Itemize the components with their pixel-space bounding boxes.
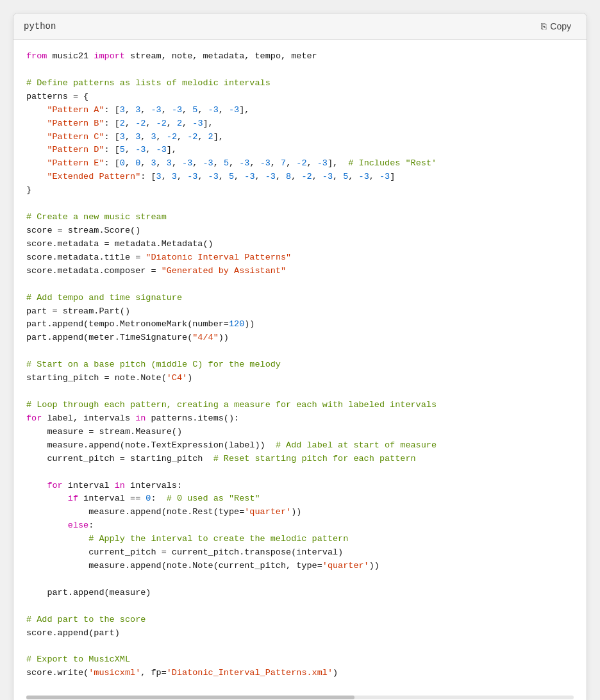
code-block: python ⎘ Copy from music21 import stream… (13, 13, 587, 700)
language-label: python (24, 21, 56, 31)
scrollbar-thumb (26, 696, 354, 699)
copy-button[interactable]: ⎘ Copy (536, 19, 576, 34)
code-header: python ⎘ Copy (13, 13, 587, 40)
code-content: from music21 import stream, note, metada… (26, 50, 574, 680)
copy-label: Copy (550, 21, 571, 31)
copy-icon: ⎘ (541, 21, 546, 31)
code-body: from music21 import stream, note, metada… (13, 40, 587, 690)
horizontal-scrollbar[interactable] (26, 696, 574, 699)
